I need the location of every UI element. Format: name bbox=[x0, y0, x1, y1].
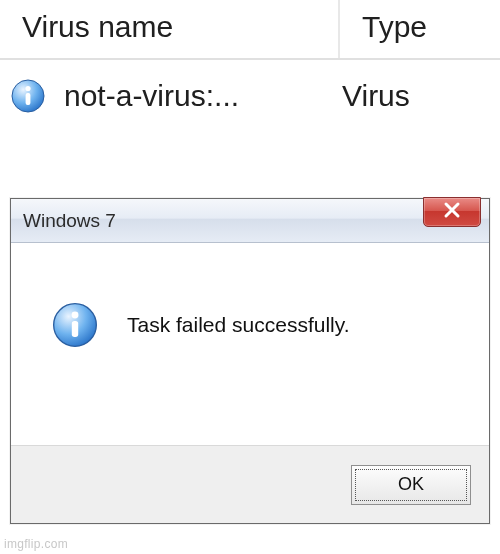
dialog-message: Task failed successfully. bbox=[127, 313, 350, 337]
info-icon bbox=[51, 301, 99, 349]
dialog-footer: OK bbox=[11, 445, 489, 523]
virus-name-text: not-a-virus:... bbox=[64, 79, 239, 113]
svg-rect-2 bbox=[26, 93, 31, 105]
cell-virus-name: not-a-virus:... bbox=[8, 78, 332, 114]
column-header-name[interactable]: Virus name bbox=[0, 0, 340, 58]
dialog-body: Task failed successfully. bbox=[11, 243, 489, 379]
cell-virus-type: Virus bbox=[332, 79, 492, 113]
column-header-type[interactable]: Type bbox=[340, 0, 500, 58]
titlebar[interactable]: Windows 7 bbox=[11, 199, 489, 243]
ok-button[interactable]: OK bbox=[351, 465, 471, 505]
watermark: imgflip.com bbox=[4, 537, 68, 551]
table-header: Virus name Type bbox=[0, 0, 500, 60]
message-dialog: Windows 7 bbox=[10, 198, 490, 524]
dialog-title: Windows 7 bbox=[11, 210, 116, 232]
close-button[interactable] bbox=[423, 197, 481, 227]
close-icon bbox=[441, 199, 463, 226]
table-row[interactable]: not-a-virus:... Virus bbox=[0, 60, 500, 138]
svg-point-1 bbox=[25, 86, 30, 91]
info-icon bbox=[10, 78, 46, 114]
virus-table: Virus name Type not-a bbox=[0, 0, 500, 138]
svg-rect-5 bbox=[72, 321, 78, 337]
svg-point-4 bbox=[72, 312, 79, 319]
